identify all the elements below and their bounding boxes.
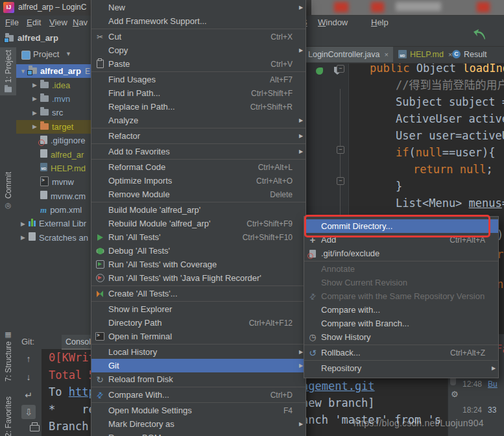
menu-item-mark-directory-as[interactable]: Mark Directory as▶ [91,417,306,431]
menu-item-find-usages[interactable]: Find UsagesAlt+F7 [91,73,306,86]
menu-file[interactable]: File [5,18,19,27]
code-line: Subject subject = [396,93,504,110]
event-time: 12:48 [462,380,482,389]
tab-label: Result [464,50,486,59]
tree-toggle-icon[interactable]: ▶ [30,123,39,130]
menu-item-local-history[interactable]: Local History▶ [91,345,306,359]
scroll-down-icon[interactable]: ↓ [21,370,36,384]
undo-icon: ↺ [309,349,317,357]
menu-item-refactor[interactable]: Refactor▶ [91,129,306,143]
menu-icon-slot: ✂ [91,33,108,41]
menu-window[interactable]: Window [318,18,348,27]
menu-item-new[interactable]: New▶ [91,1,306,14]
menu-item-remove-bom[interactable]: Remove BOM [91,431,306,436]
menu-item-remove-module[interactable]: Remove ModuleDelete [91,188,306,201]
menu-item-optimize-imports[interactable]: Optimize ImportsCtrl+Alt+O [91,174,306,188]
menu-item-directory-path[interactable]: Directory PathCtrl+Alt+F12 [91,316,306,330]
menu-item-rollback[interactable]: ↺Rollback...Ctrl+Alt+Z [304,346,498,359]
menu-item-find-in-path[interactable]: Find in Path...Ctrl+Shift+F [91,86,306,100]
submenu-arrow-icon: ▶ [296,117,306,123]
git-submenu: Commit Directory...+AddCtrl+Alt+A.git/in… [304,216,499,378]
tree-toggle-icon[interactable]: ▼ [19,68,27,75]
menu-nav[interactable]: Nav [73,18,88,27]
event-log-row[interactable]: 12:48Bu [462,380,498,389]
menu-item-compare-with[interactable]: Compare with... [304,303,498,317]
menu-item-git[interactable]: Git▶ [91,359,306,372]
menu-item-replace-in-path[interactable]: Replace in Path...Ctrl+Shift+R [91,100,306,114]
menu-help[interactable]: Help [371,18,389,27]
fold-marker-icon[interactable]: − [337,146,344,154]
file-term-icon [40,176,49,188]
folder-icon [40,108,49,117]
menu-item-rebuild-module-alfred-arp[interactable]: Rebuild Module 'alfred_arp'Ctrl+Shift+F9 [91,217,306,230]
menu-item-create-all-tests[interactable]: Create 'All Tests'... [91,287,306,300]
menu-item-compare-with-the-same-repository-version[interactable]: ⇄Compare with the Same Repository Versio… [304,289,498,303]
menu-separator [304,261,498,261]
tree-toggle-icon[interactable]: ▶ [30,110,39,116]
menu-item-annotate[interactable]: Annotate [304,262,498,276]
menu-shortcut: Ctrl+X [270,32,293,42]
menu-item-debug-all-tests[interactable]: Debug 'All Tests' [91,244,306,258]
wrench-icon[interactable]: ⚙ [451,389,459,399]
tree-toggle-icon[interactable]: ▶ [30,82,39,88]
menu-view[interactable]: View [49,18,67,27]
close-icon[interactable]: × [385,51,389,58]
menu-item-open-in-terminal[interactable]: Open in Terminal [91,330,306,343]
soft-wrap-icon[interactable]: ↵ [21,388,36,402]
navigate-back-icon[interactable] [472,29,486,44]
print-icon[interactable] [21,422,36,436]
event-link[interactable]: Bu [488,380,498,389]
menu-item-compare-with-branch[interactable]: Compare with Branch... [304,317,498,330]
printer-glyph [30,425,40,431]
menu-item-open-module-settings[interactable]: Open Module SettingsF4 [91,404,306,417]
menu-item-label: Open in Terminal [108,332,296,341]
menu-separator [91,71,306,72]
menu-item-run-all-tests-with-java-flight-recorder[interactable]: Run 'All Tests' with 'Java Flight Record… [91,271,306,285]
intellij-logo-icon: IJ [3,2,14,13]
menu-item-paste[interactable]: PasteCtrl+V [91,57,306,71]
scroll-to-end-icon[interactable]: ⇩ [21,405,36,419]
tab-result[interactable]: C Result [448,46,491,62]
menu-item-copy[interactable]: Copy▶ [91,43,306,57]
scroll-up-icon[interactable]: ↑ [21,352,36,366]
fold-marker-icon[interactable]: − [337,177,344,185]
menu-icon-slot: ⇄ [304,293,321,300]
menu-edit[interactable]: Edit [27,18,41,27]
spring-leaf-gutter-icon[interactable] [316,67,323,75]
menu-item-run-all-tests[interactable]: Run 'All Tests'Ctrl+Shift+F10 [91,230,306,244]
menu-item-show-history[interactable]: ◷Show History [304,330,498,344]
stripe-project-button[interactable]: 1: Project [0,47,16,95]
stripe-structure-button[interactable]: ▦ 7: Structure [0,328,16,384]
tree-toggle-icon[interactable]: ▶ [19,221,27,227]
tree-toggle-icon[interactable]: ▶ [30,95,39,102]
menu-shortcut: Delete [270,190,293,199]
fold-marker-icon[interactable]: − [337,65,344,73]
menu-shortcut: Ctrl+Shift+F9 [246,219,293,228]
menu-item-repository[interactable]: Repository▶ [304,361,498,375]
ext-lib-icon [29,219,36,228]
menu-item-reformat-code[interactable]: Reformat CodeCtrl+Alt+L [91,160,306,174]
menu-item-cut[interactable]: ✂CutCtrl+X [91,30,306,43]
tab-logincontroller-java[interactable]: LoginController.java × [304,46,393,62]
menu-item-show-in-explorer[interactable]: Show in Explorer [91,302,306,316]
menu-icon-slot [304,250,321,258]
watermark: https://blog.csdn.net/Luojun904 [354,418,484,428]
tree-toggle-icon[interactable]: ▶ [19,234,27,241]
stripe-favorites-button[interactable]: 2: Favorites ★ [0,394,16,436]
menu-item-add-framework-support[interactable]: Add Framework Support... [91,14,306,28]
menu-item-git-info-exclude[interactable]: .git/info/exclude [304,247,498,260]
menu-item-compare-with[interactable]: ⇄Compare With...Ctrl+D [91,388,306,402]
menu-item-run-all-tests-with-coverage[interactable]: Run 'All Tests' with Coverage [91,258,306,271]
menu-icon-slot [91,60,108,68]
console-link[interactable]: agement.git [302,380,375,393]
menu-item-analyze[interactable]: Analyze▶ [91,114,306,127]
menu-item-label: Local History [108,347,296,357]
menu-item-build-module-alfred-arp[interactable]: Build Module 'alfred_arp' [91,203,306,217]
menu-item-add-to-favorites[interactable]: Add to Favorites▶ [91,145,306,158]
breadcrumb[interactable]: alfred_arp [18,33,58,43]
event-log-row[interactable]: 18:2433 [462,406,496,415]
menu-item-show-current-revision[interactable]: Show Current Revision [304,276,498,289]
menu-separator [91,344,306,345]
menu-item-reload-from-disk[interactable]: ↻Reload from Disk [91,372,306,386]
stripe-commit-button[interactable]: Commit ◎ [0,169,16,212]
